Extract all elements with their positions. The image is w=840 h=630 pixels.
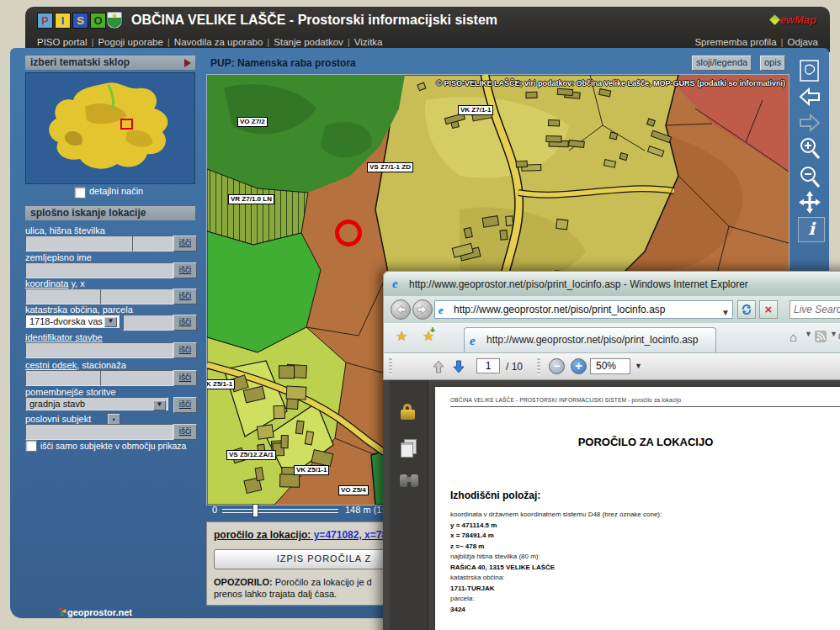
- geoprostor-logo[interactable]: geoprostor.net: [56, 607, 132, 617]
- home-icon[interactable]: ⌂: [789, 330, 797, 344]
- chevron-down-icon[interactable]: ▼: [104, 317, 117, 327]
- location-marker: [335, 220, 362, 246]
- layers-legend-button[interactable]: sloji/legenda: [692, 56, 752, 71]
- area-only-label: išči samo subjekte v območju prikaza: [40, 441, 186, 451]
- logo-tile-i: I: [55, 13, 71, 29]
- pdf-sidebar: [390, 380, 428, 630]
- building-id-link[interactable]: identifikator stavbe: [25, 332, 103, 342]
- theme-select-header[interactable]: izberi tematski sklop: [25, 56, 195, 70]
- nav-separator: |: [348, 37, 350, 47]
- nav-navodila[interactable]: Navodila za uporabo: [174, 37, 263, 47]
- zoom-out-icon[interactable]: [798, 165, 821, 188]
- zoom-level-field[interactable]: 50%: [590, 358, 630, 374]
- road-section-input[interactable]: [25, 370, 101, 386]
- business-label: poslovni subjekt: [25, 414, 91, 424]
- coordinate-y-input[interactable]: [25, 289, 101, 304]
- zoom-slider-track[interactable]: [222, 509, 338, 513]
- coordinate-label: koordinata y, x: [25, 278, 85, 289]
- nav-piso-portal[interactable]: PISO portal: [37, 37, 87, 47]
- nav-vizitka[interactable]: Vizitka: [354, 37, 383, 47]
- doc-title: POROČILO ZA LOKACIJO: [435, 436, 840, 448]
- road-search-button[interactable]: išči: [173, 370, 197, 386]
- geoname-label: zemljepisno ime: [25, 252, 92, 262]
- live-search-box[interactable]: [789, 300, 840, 319]
- geoname-input[interactable]: [25, 262, 173, 278]
- full-extent-icon[interactable]: [798, 59, 821, 82]
- building-search-button[interactable]: išči: [173, 342, 197, 358]
- geoname-search-button[interactable]: išči: [173, 262, 197, 278]
- services-search-button[interactable]: išči: [173, 397, 197, 413]
- area-only-checkbox[interactable]: [25, 440, 37, 452]
- zoom-slider-handle[interactable]: [253, 504, 258, 517]
- nav-stanje-podatkov[interactable]: Stanje podatkov: [274, 37, 343, 47]
- ie-tab[interactable]: e http://www.geoprostor.net/piso/print_l…: [464, 327, 716, 352]
- logo-tile-s: S: [72, 13, 88, 29]
- piso-logo: P I S O: [37, 13, 106, 29]
- detail-mode-checkbox[interactable]: [74, 187, 86, 199]
- url-dropdown-icon[interactable]: ▼: [721, 304, 730, 319]
- live-search-input[interactable]: [790, 301, 840, 318]
- home-dropdown-icon[interactable]: ▼: [805, 330, 812, 338]
- ie-back-button[interactable]: [391, 299, 411, 320]
- forward-arrow-icon[interactable]: [798, 113, 821, 136]
- ie-url-field[interactable]: e http://www.geoprostor.net/piso/print_l…: [434, 300, 733, 319]
- page-total-label: / 10: [506, 361, 523, 373]
- previous-page-icon[interactable]: [431, 359, 446, 378]
- doc-line: 3424: [450, 605, 662, 616]
- overview-map[interactable]: [25, 72, 195, 184]
- nav-odjava[interactable]: Odjava: [788, 37, 818, 47]
- ie-forward-button[interactable]: [412, 299, 433, 320]
- street-search-button[interactable]: išči: [173, 236, 197, 251]
- report-coordinates[interactable]: y=471082, x=78: [311, 529, 387, 541]
- map-zone-label: VO Z5/4: [338, 485, 369, 495]
- detail-mode-label: detajlni način: [89, 186, 143, 196]
- business-input[interactable]: [25, 424, 173, 440]
- refresh-button[interactable]: [737, 300, 756, 319]
- cadastre-search-button[interactable]: išči: [173, 315, 197, 331]
- pdf-page: OBČINA VELIKE LAŠČE - PROSTORSKI INFORMA…: [435, 387, 840, 630]
- info-tool-icon[interactable]: i: [798, 217, 825, 242]
- zoom-in-icon[interactable]: [798, 136, 821, 160]
- zoom-out-button[interactable]: −: [549, 358, 565, 374]
- coordinate-x-input[interactable]: [100, 289, 173, 304]
- coordinate-search-button[interactable]: išči: [173, 289, 197, 304]
- services-select[interactable]: gradnja stavb▼: [25, 397, 168, 410]
- logo-tile-p: P: [37, 13, 53, 29]
- print-report-button[interactable]: IZPIS POROČILA Z: [214, 549, 408, 569]
- search-binoculars-icon[interactable]: [400, 474, 418, 488]
- rss-icon[interactable]: [815, 331, 827, 346]
- description-button[interactable]: opis: [760, 56, 785, 71]
- title-row: P I S O OBČINA VELIKE LAŠČE - Prostorski…: [25, 7, 830, 35]
- pages-panel-icon[interactable]: [401, 439, 417, 458]
- business-search-button[interactable]: išči: [173, 424, 197, 440]
- add-favorite-icon[interactable]: ★+: [423, 328, 434, 344]
- map-zone-label: VS Z7/1-1 ZD: [367, 162, 413, 172]
- doc-header-line: OBČINA VELIKE LAŠČE - PROSTORSKI INFORMA…: [450, 397, 681, 403]
- zoom-dropdown-icon[interactable]: ▼: [635, 362, 642, 370]
- page-number-input[interactable]: [476, 358, 500, 373]
- nav-sprememba-profila[interactable]: Sprememba profila: [694, 37, 776, 47]
- back-arrow-icon[interactable]: [798, 87, 821, 110]
- building-id-input[interactable]: [25, 342, 173, 358]
- chevron-down-icon[interactable]: ▼: [153, 400, 166, 410]
- pan-icon[interactable]: [798, 190, 821, 214]
- nav-left: PISO portal|Pogoji uporabe|Navodila za u…: [37, 37, 382, 47]
- road-chainage-input[interactable]: [100, 370, 173, 386]
- logo-tile-o: O: [90, 13, 106, 29]
- cadastre-select[interactable]: 1718-dvorska vas▼: [25, 315, 120, 328]
- ie-logo-icon: e: [392, 277, 398, 291]
- ie-titlebar[interactable]: e http://www.geoprostor.net/piso/print_l…: [383, 271, 840, 296]
- parcel-input[interactable]: [123, 315, 173, 331]
- nav-pogoji-uporabe[interactable]: Pogoji uporabe: [98, 37, 162, 47]
- overview-terrain: [26, 73, 194, 183]
- zoom-in-button[interactable]: +: [571, 358, 587, 374]
- street-input[interactable]: [25, 236, 133, 251]
- next-page-icon[interactable]: [451, 359, 466, 378]
- house-number-input[interactable]: [132, 236, 173, 251]
- coordinate-link[interactable]: koordinata: [25, 278, 68, 289]
- stop-button[interactable]: ×: [759, 300, 778, 319]
- road-section-link[interactable]: cestni odsek: [25, 360, 77, 370]
- favorites-star-icon[interactable]: ★: [396, 328, 407, 344]
- tab-favicon: e: [470, 329, 476, 352]
- rss-dropdown-icon[interactable]: ▼: [830, 330, 837, 338]
